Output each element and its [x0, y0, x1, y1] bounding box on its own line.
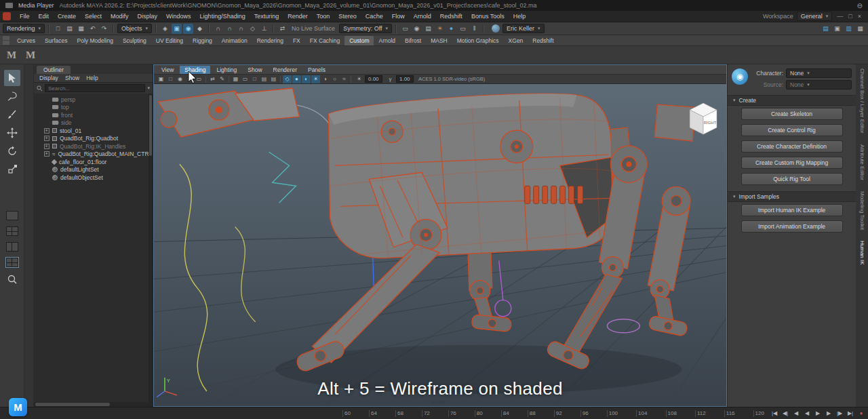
shelf-tab-rendering[interactable]: Rendering — [252, 36, 288, 45]
render-view-icon[interactable]: ▭ — [400, 24, 410, 34]
menu-flow[interactable]: Flow — [388, 12, 409, 21]
shelf-item-1[interactable]: M — [4, 47, 19, 62]
menu-set-dropdown[interactable]: Rendering — [3, 24, 45, 33]
record-icon[interactable]: ● — [857, 410, 865, 416]
menu-cache[interactable]: Cache — [361, 12, 387, 21]
user-dropdown[interactable]: Eric Keller — [502, 24, 545, 33]
shelf-tab-curves[interactable]: Curves — [12, 36, 40, 45]
open-scene-icon[interactable]: ▤ — [64, 24, 75, 34]
gamma-field[interactable]: 1.00 — [396, 75, 414, 83]
camera-attributes-icon[interactable]: ◉ — [176, 75, 184, 83]
shelf-tab-poly-modeling[interactable]: Poly Modeling — [72, 36, 117, 45]
render-settings-icon[interactable]: ▤ — [423, 24, 433, 34]
window-maximize-icon[interactable]: □ — [848, 13, 852, 20]
hypershade-icon[interactable]: ● — [446, 24, 456, 34]
toggle-attribute-editor-icon[interactable]: ▤ — [821, 24, 831, 34]
shelf-tab-animation[interactable]: Animation — [217, 36, 252, 45]
exposure-field[interactable]: 0.00 — [365, 75, 382, 83]
quick-rig-tool-button[interactable]: Quick Rig Tool — [741, 173, 843, 185]
select-assets-icon[interactable]: ◆ — [195, 24, 205, 34]
new-scene-icon[interactable]: □ — [53, 24, 63, 34]
previous-key-icon[interactable]: ◀| — [781, 410, 789, 416]
layout-outliner-persp-icon[interactable] — [6, 258, 18, 267]
shelf-tab-mash[interactable]: MASH — [426, 36, 452, 45]
play-backwards-icon[interactable]: ◀ — [803, 410, 811, 416]
menu-toon[interactable]: Toon — [313, 12, 334, 21]
menu-edit[interactable]: Edit — [35, 12, 54, 21]
symmetry-dropdown[interactable]: Symmetry: Off — [339, 24, 392, 33]
character-dropdown[interactable]: None — [786, 68, 852, 78]
play-forwards-icon[interactable]: ▶ — [814, 410, 822, 416]
outliner-item-main-ctrl[interactable]: +≈QuadBot_Rig:Quadbot_MAIN_CTRL — [34, 151, 153, 159]
outliner-item-persp[interactable]: persp — [34, 96, 153, 104]
viewport-menu-renderer[interactable]: Renderer — [269, 66, 302, 74]
viewport-menu-lighting[interactable]: Lighting — [212, 66, 241, 74]
import-humanik-example-button[interactable]: Import Human IK Example — [741, 204, 843, 216]
shelf-tab-motion-graphics[interactable]: Motion Graphics — [452, 36, 504, 45]
undo-icon[interactable]: ↶ — [87, 24, 98, 34]
motion-blur-icon[interactable]: ≈ — [340, 75, 349, 83]
outliner-menu-show[interactable]: Show — [65, 75, 79, 81]
grease-pencil-icon[interactable]: ✎ — [218, 75, 226, 83]
shelf-tab-custom[interactable]: Custom — [344, 36, 374, 45]
shelf-tab-sculpting[interactable]: Sculpting — [118, 36, 151, 45]
menu-stereo[interactable]: Stereo — [334, 12, 361, 21]
snap-grid-icon[interactable]: ∩ — [213, 24, 223, 34]
expand-icon[interactable]: + — [44, 151, 50, 157]
selection-mask-dropdown[interactable]: Objects — [117, 24, 152, 33]
menu-redshift[interactable]: Redshift — [436, 12, 467, 21]
select-camera-icon[interactable]: ▣ — [157, 75, 165, 83]
menu-modify[interactable]: Modify — [106, 12, 133, 21]
create-section-header[interactable]: Create — [728, 95, 856, 106]
view-cube[interactable]: RIGHT — [690, 103, 717, 134]
chevron-down-icon[interactable]: ▾ — [147, 85, 150, 91]
workspace-dropdown[interactable]: General — [797, 12, 833, 21]
step-forward-icon[interactable]: ▶ — [825, 410, 833, 416]
input-connections-icon[interactable]: ⇄ — [277, 24, 288, 34]
ipr-render-icon[interactable]: ◉ — [412, 24, 422, 34]
colorspace-label[interactable]: ACES 1.0 SDR-video (sRGB) — [418, 76, 485, 82]
shelf-tab-fx-caching[interactable]: FX Caching — [305, 36, 344, 45]
select-objects-icon[interactable]: ▣ — [172, 24, 182, 34]
light-editor-icon[interactable]: ☀ — [435, 24, 445, 34]
toggle-channel-box-icon[interactable]: ▥ — [844, 24, 854, 34]
shelf-tab-bifrost[interactable]: Bifrost — [400, 36, 426, 45]
toggle-tool-settings-icon[interactable]: ▣ — [832, 24, 842, 34]
shadows-icon[interactable]: ◑ — [321, 75, 330, 83]
pan-zoom-icon[interactable]: ⇄ — [208, 75, 217, 83]
redo-icon[interactable]: ↷ — [99, 24, 109, 34]
go-to-end-icon[interactable]: ▶| — [846, 410, 854, 416]
create-skeleton-button[interactable]: Create Skeleton — [741, 108, 843, 120]
import-samples-section-header[interactable]: Import Samples — [728, 191, 856, 202]
rotate-tool-icon[interactable] — [4, 143, 20, 159]
shelf-tab-rigging[interactable]: Rigging — [188, 36, 217, 45]
shelf-tab-arnold[interactable]: Arnold — [374, 36, 400, 45]
viewport-menu-panels[interactable]: Panels — [303, 66, 330, 74]
create-control-rig-button[interactable]: Create Control Rig — [741, 124, 843, 136]
tab-attribute-editor[interactable]: Attribute Editor — [859, 144, 865, 180]
menu-render[interactable]: Render — [283, 12, 312, 21]
outliner-item-default-light-set[interactable]: defaultLightSet — [34, 166, 153, 174]
lasso-tool-icon[interactable] — [4, 88, 20, 104]
outliner-vertical-scrollbar[interactable] — [149, 94, 153, 402]
search-input[interactable] — [45, 84, 145, 92]
frame-numbers[interactable]: 60 64 68 72 76 80 84 88 92 96 100 104 10… — [342, 407, 764, 419]
menu-lighting-shading[interactable]: Lighting/Shading — [196, 12, 250, 21]
select-components-icon[interactable]: ◉ — [183, 24, 193, 34]
step-back-icon[interactable]: ◀ — [792, 410, 800, 416]
shelf-tab-xgen[interactable]: XGen — [504, 36, 528, 45]
resolution-gate-icon[interactable]: □ — [250, 75, 259, 83]
shelf-tab-uv-editing[interactable]: UV Editing — [151, 36, 188, 45]
create-custom-rig-mapping-button[interactable]: Create Custom Rig Mapping — [741, 157, 843, 169]
outliner-item-top[interactable]: top — [34, 104, 153, 112]
outliner-item-stool[interactable]: +stool_01 — [34, 127, 153, 135]
menu-windows[interactable]: Windows — [162, 12, 195, 21]
zoom-tool-icon[interactable] — [4, 271, 20, 287]
menu-display[interactable]: Display — [134, 12, 162, 21]
layout-single-pane-icon[interactable] — [6, 211, 18, 220]
tab-humanik[interactable]: Human IK — [859, 241, 865, 265]
exposure-icon[interactable]: ☀ — [355, 75, 363, 83]
pause-icon[interactable]: ‖ — [469, 24, 479, 34]
clapboard-icon[interactable]: ▭ — [458, 24, 468, 34]
window-minimize-icon[interactable]: — — [837, 13, 843, 20]
